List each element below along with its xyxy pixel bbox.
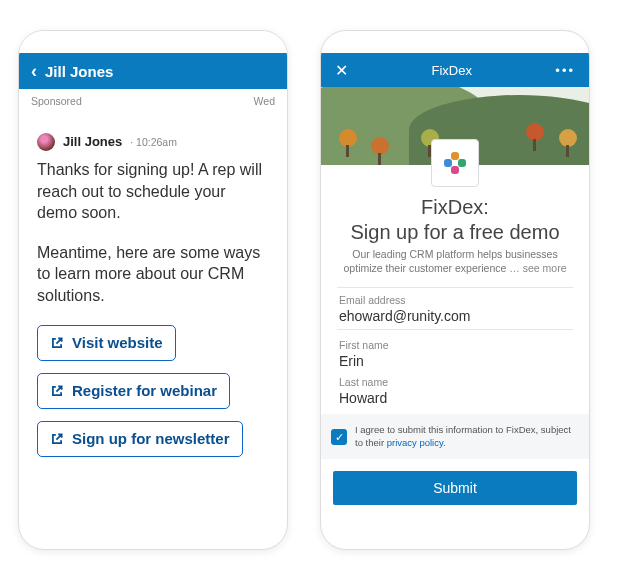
company-logo — [431, 139, 479, 187]
statusbar-spacer — [19, 31, 287, 53]
close-icon[interactable]: ✕ — [335, 61, 348, 80]
consent-checkbox[interactable]: ✓ — [331, 429, 347, 445]
lead-form: Email address First name Last name ✓ I a… — [321, 283, 589, 459]
author-name: Jill Jones — [63, 133, 122, 151]
day-label: Wed — [254, 95, 275, 107]
logo-icon — [444, 152, 466, 174]
author-time: · 10:26am — [130, 135, 177, 149]
message-author-row: Jill Jones · 10:26am — [37, 133, 269, 151]
register-webinar-button[interactable]: Register for webinar — [37, 373, 230, 409]
email-label: Email address — [339, 294, 571, 306]
app-title: FixDex — [431, 63, 471, 78]
cta-label: Sign up for newsletter — [72, 429, 230, 449]
visit-website-button[interactable]: Visit website — [37, 325, 176, 361]
message-body: Jill Jones · 10:26am Thanks for signing … — [19, 111, 287, 469]
email-field-block[interactable]: Email address — [337, 287, 573, 330]
phone-left: ‹ Jill Jones Sponsored Wed Jill Jones · … — [18, 30, 288, 550]
firstname-field-block[interactable]: First name — [337, 336, 573, 371]
message-paragraph-2: Meantime, here are some ways to learn mo… — [37, 242, 269, 307]
signup-newsletter-button[interactable]: Sign up for newsletter — [37, 421, 243, 457]
external-link-icon — [50, 384, 64, 398]
phone-right: ✕ FixDex ••• FixDex: Sign up for a free … — [320, 30, 590, 550]
meta-row: Sponsored Wed — [19, 89, 287, 111]
external-link-icon — [50, 336, 64, 350]
conversation-header[interactable]: ‹ Jill Jones — [19, 53, 287, 89]
more-options-icon[interactable]: ••• — [555, 63, 575, 78]
form-subtext: Our leading CRM platform helps businesse… — [321, 247, 589, 283]
cta-label: Register for webinar — [72, 381, 217, 401]
submit-button[interactable]: Submit — [333, 471, 577, 505]
lastname-label: Last name — [339, 376, 571, 388]
firstname-label: First name — [339, 339, 571, 351]
cta-label: Visit website — [72, 333, 163, 353]
message-paragraph-1: Thanks for signing up! A rep will reach … — [37, 159, 269, 224]
privacy-policy-link[interactable]: privacy policy — [387, 437, 443, 448]
header-title: Jill Jones — [45, 63, 113, 80]
submit-wrap: Submit — [321, 459, 589, 505]
back-chevron-icon[interactable]: ‹ — [31, 62, 37, 80]
firstname-field[interactable] — [339, 351, 571, 371]
external-link-icon — [50, 432, 64, 446]
lastname-field[interactable] — [339, 388, 571, 408]
consent-text: I agree to submit this information to Fi… — [355, 424, 579, 449]
see-more-link[interactable]: … see more — [509, 262, 566, 274]
avatar — [37, 133, 55, 151]
lastname-field-block[interactable]: Last name — [337, 373, 573, 408]
sponsored-label: Sponsored — [31, 95, 82, 107]
company-logo-wrap — [321, 139, 589, 187]
form-header: ✕ FixDex ••• — [321, 53, 589, 87]
consent-row: ✓ I agree to submit this information to … — [321, 414, 589, 459]
email-field[interactable] — [339, 306, 571, 326]
form-heading: FixDex: Sign up for a free demo — [321, 187, 589, 247]
